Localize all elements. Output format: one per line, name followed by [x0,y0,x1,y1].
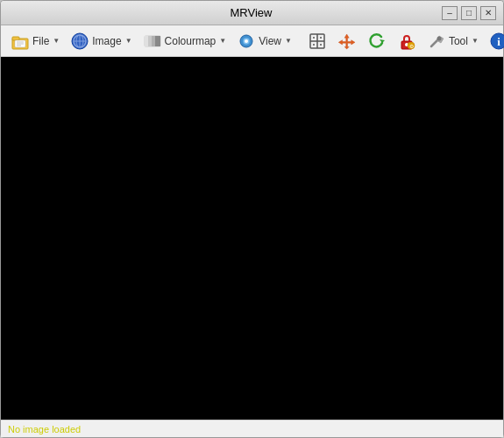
colourmap-dropdown-arrow: ▼ [219,37,226,45]
svg-point-18 [245,39,248,43]
maximize-button[interactable]: □ [461,6,477,20]
colourmap-menu-button[interactable]: Colourmap ▼ [138,29,231,53]
view-menu-button[interactable]: View ▼ [232,29,296,53]
svg-point-22 [313,37,315,39]
close-button[interactable]: ✕ [480,6,496,20]
svg-point-24 [313,44,315,46]
canvas-viewport [1,57,503,420]
title-bar: MRView – □ ✕ [1,1,503,25]
file-dropdown-arrow: ▼ [53,37,60,45]
svg-point-23 [320,37,322,39]
minimize-button[interactable]: – [442,6,458,20]
window-controls: – □ ✕ [442,6,496,20]
file-menu-label: File [32,35,49,47]
svg-rect-12 [145,36,148,46]
image-icon [70,32,89,51]
maximize-icon: □ [466,8,472,18]
svg-text:⚙: ⚙ [408,44,413,49]
view-menu-label: View [259,35,281,47]
svg-marker-27 [380,39,385,43]
tool-icon [427,32,446,51]
move-button[interactable] [333,29,361,53]
svg-text:i: i [497,35,500,48]
tool-menu-label: Tool [449,35,468,47]
image-dropdown-arrow: ▼ [125,37,132,45]
lock-button[interactable]: ⚙ [393,29,421,53]
snap-icon [308,32,327,51]
svg-point-25 [320,44,322,46]
colourmap-menu-label: Colourmap [165,35,217,47]
snap-button[interactable] [303,29,331,53]
info-icon: i [489,32,504,51]
tool-menu-button[interactable]: Tool ▼ [422,29,483,53]
file-icon [11,32,30,51]
image-menu-button[interactable]: Image ▼ [66,29,136,53]
svg-marker-26 [338,33,355,48]
svg-rect-1 [12,37,19,40]
lock-icon: ⚙ [397,32,416,51]
file-menu-button[interactable]: File ▼ [6,29,64,53]
svg-point-34 [437,36,441,40]
rotate-button[interactable] [363,29,391,53]
view-icon [237,32,256,51]
close-icon: ✕ [485,8,492,18]
window-title: MRView [60,6,442,19]
svg-rect-15 [155,36,160,46]
status-text: No image loaded [8,424,81,434]
rotate-icon [367,32,387,51]
minimize-icon: – [447,8,452,18]
move-icon [337,32,357,51]
colourmap-icon [143,32,162,51]
status-bar: No image loaded [1,420,503,437]
svg-rect-14 [152,36,155,46]
view-dropdown-arrow: ▼ [285,37,292,45]
toolbar: File ▼ Image ▼ [1,25,503,57]
image-menu-label: Image [92,35,121,47]
svg-rect-13 [148,36,152,46]
tool-dropdown-arrow: ▼ [472,37,479,45]
main-window: MRView – □ ✕ [0,0,504,438]
info-menu-button[interactable]: i ▼ [485,29,504,53]
